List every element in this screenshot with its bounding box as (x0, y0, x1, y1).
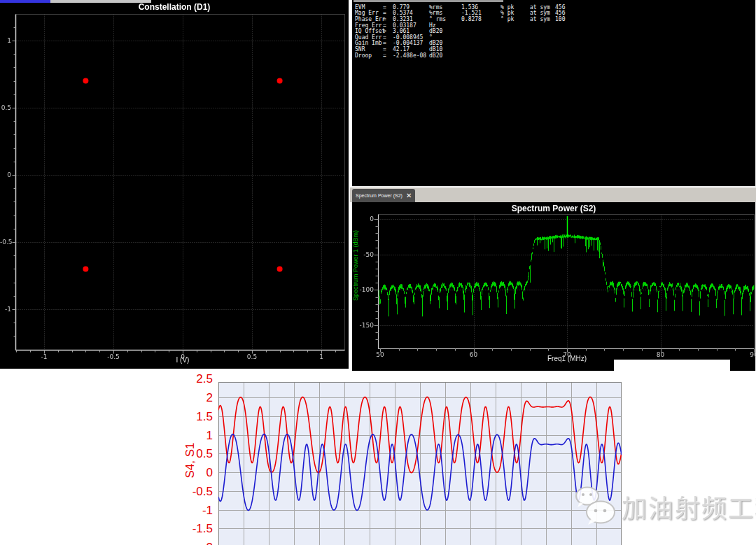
measurement-row: IQ Offset=3.061dB20 (355, 28, 575, 34)
measurement-row: SNR=42.17dB10 (355, 46, 575, 52)
wechat-icon (573, 486, 622, 528)
waveform-y-tick: 1.5 (167, 410, 213, 424)
constellation-title: Constellation (D1) (0, 3, 349, 12)
waveform-y-tick: -1.5 (167, 522, 213, 536)
measurement-value: -2.488e-08 (393, 52, 429, 59)
constellation-panel: Constellation (D1) I (V) 10.50-0.5-1-1-0… (0, 0, 349, 369)
white-overlay (614, 360, 730, 371)
waveform-y-tick: -0.5 (167, 485, 213, 499)
constellation-y-tick: 0 (0, 171, 11, 178)
tab-label: Spectrum Power (S2) (356, 193, 402, 198)
measurement-unit: dB20 (429, 52, 461, 59)
spectrum-y-tick: -100 (352, 286, 374, 293)
watermark: 加油射频工程师 (573, 486, 756, 528)
waveform-y-tick: 2.5 (167, 372, 213, 386)
spectrum-x-tick: 50 (370, 351, 391, 358)
close-icon[interactable]: ✕ (406, 192, 412, 199)
spectrum-x-tick: 90 (743, 351, 756, 358)
measurement-row: Phase Err=0.3231° rms0.8278° pkat sym100 (355, 16, 575, 22)
tab-strip: Spectrum Power (S2) ✕ (350, 187, 756, 202)
spectrum-x-tick: 70 (556, 351, 578, 358)
measurement-row: Mag Err=0.5374%rms-1.521% pkat sym456 (355, 10, 575, 17)
horizontal-scrollbar[interactable] (354, 0, 503, 2)
measurement-row: Quad Err=-0.008945° (355, 34, 575, 41)
waveform-y-tick: 0.5 (167, 447, 213, 461)
tab-spectrum-power[interactable]: Spectrum Power (S2) ✕ (352, 189, 415, 202)
waveform-y-tick: 0 (167, 466, 213, 480)
spectrum-panel: Spectrum Power (S2) Spectrum Power 1 (dB… (352, 202, 756, 371)
constellation-x-tick: 0 (172, 353, 193, 360)
measurement-sym: 100 (555, 16, 575, 22)
watermark-text: 加油射频工程师 (622, 488, 756, 525)
spectrum-y-tick: -150 (352, 322, 374, 329)
constellation-y-tick: -0.5 (0, 239, 11, 246)
waveform-y-tick: -2 (167, 541, 213, 545)
constellation-y-tick: 0.5 (0, 104, 11, 111)
waveform-y-tick: 2 (167, 391, 213, 405)
scrollbar-track[interactable] (50, 0, 151, 3)
measurement-row: Droop=-2.488e-08dB20 (355, 52, 575, 59)
constellation-x-tick: 1 (311, 353, 332, 360)
measurement-at: at sym (530, 16, 555, 22)
constellation-plot[interactable] (0, 0, 349, 369)
constellation-x-tick: 0.5 (241, 353, 262, 360)
spectrum-x-tick: 80 (650, 351, 671, 358)
spectrum-y-tick: 0 (352, 215, 374, 222)
waveform-y-tick: 1 (167, 429, 213, 443)
measurement-rows: EVM=0.779%rms1.536% pkat sym456Mag Err=0… (355, 4, 575, 58)
constellation-x-tick: -1 (34, 353, 55, 360)
constellation-y-tick: -1 (0, 306, 11, 313)
waveform-y-tick: -1 (167, 504, 213, 518)
measurement-pk_value: 0.8278 (461, 16, 500, 22)
measurement-panel: EVM=0.779%rms1.536% pkat sym456Mag Err=0… (352, 0, 756, 187)
spectrum-title: Spectrum Power (S2) (352, 204, 755, 213)
measurement-row: Freq Err=0.03187Hz (355, 22, 575, 29)
measurement-eq: = (383, 52, 393, 59)
scrollbar-thumb[interactable] (0, 0, 50, 3)
measurement-row: EVM=0.779%rms1.536% pkat sym456 (355, 4, 575, 10)
waveform-plot[interactable] (218, 382, 622, 545)
spectrum-x-tick: 60 (463, 351, 484, 358)
constellation-x-tick: -0.5 (103, 353, 124, 360)
spectrum-y-tick: -50 (352, 251, 374, 258)
measurement-pk_unit: ° pk (500, 16, 530, 22)
spectrum-plot[interactable] (352, 202, 755, 371)
horizontal-scrollbar[interactable] (0, 0, 349, 3)
measurement-name: Droop (355, 52, 383, 59)
measurement-row: Gain Imb=-0.004137dB20 (355, 41, 575, 47)
constellation-y-tick: 1 (0, 37, 11, 44)
